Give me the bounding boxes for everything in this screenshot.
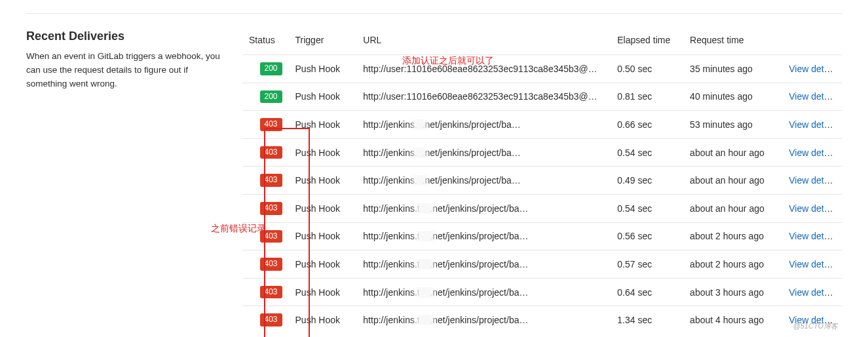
- elapsed-cell: 0.54 sec: [611, 138, 683, 167]
- url-cell: http://user:11016e608eae8623253ec9113ca8…: [356, 83, 611, 111]
- request-time-cell: 53 minutes ago: [683, 111, 782, 139]
- elapsed-cell: 0.54 sec: [611, 194, 683, 222]
- th-trigger: Trigger: [289, 30, 357, 55]
- th-action: [782, 30, 842, 55]
- view-details-link[interactable]: View details: [789, 148, 837, 158]
- view-details-link[interactable]: View details: [789, 231, 837, 241]
- url-cell: http://jenkins.t on.net/jenkins/project/…: [356, 194, 611, 222]
- table-row: 403Push Hookhttp://jenkins.t on.net/jenk…: [242, 306, 842, 334]
- table-row: 403Push Hookhttp://jenkins. n.net/jenkin…: [242, 167, 842, 195]
- status-badge: 200: [260, 90, 282, 104]
- table-row: 403Push Hookhttp://jenkins.t on.net/jenk…: [242, 278, 842, 306]
- elapsed-cell: 0.56 sec: [611, 222, 683, 250]
- view-details-link[interactable]: View details: [789, 287, 837, 298]
- request-time-cell: about 3 hours ago: [683, 278, 782, 306]
- request-time-cell: 35 minutes ago: [683, 55, 782, 83]
- trigger-cell: Push Hook: [289, 55, 357, 83]
- elapsed-cell: 0.64 sec: [611, 278, 683, 306]
- status-badge: 403: [260, 313, 282, 327]
- status-badge: 403: [260, 258, 282, 271]
- url-cell: http://user:11016e608eae8623253ec9113ca8…: [356, 55, 611, 83]
- table-row: 403Push Hookhttp://jenkins.t on.net/jenk…: [242, 222, 842, 250]
- request-time-cell: about an hour ago: [683, 138, 782, 167]
- table-row: 403Push Hookhttp://jenkins. n.net/jenkin…: [242, 111, 842, 139]
- url-cell: http://jenkins. n.net/jenkins/project/ba…: [356, 138, 611, 167]
- status-badge: 200: [260, 62, 282, 75]
- status-badge: 403: [260, 202, 282, 215]
- section-desc: When an event in GitLab triggers a webho…: [26, 50, 229, 91]
- trigger-cell: Push Hook: [289, 167, 357, 195]
- elapsed-cell: 0.81 sec: [611, 83, 683, 111]
- view-details-link[interactable]: View details: [789, 64, 837, 74]
- elapsed-cell: 0.66 sec: [611, 111, 683, 139]
- url-cell: http://jenkins.t on.net/jenkins/project/…: [356, 222, 611, 250]
- trigger-cell: Push Hook: [289, 83, 357, 111]
- status-badge: 403: [260, 174, 282, 187]
- trigger-cell: Push Hook: [289, 278, 357, 306]
- url-cell: http://jenkins.t on.net/jenkins/project/…: [356, 278, 611, 306]
- view-details-link[interactable]: View details: [789, 119, 837, 130]
- watermark: @51CTO博客: [793, 321, 838, 331]
- view-details-link[interactable]: View details: [789, 259, 837, 269]
- elapsed-cell: 0.57 sec: [611, 250, 683, 279]
- elapsed-cell: 0.49 sec: [611, 167, 683, 195]
- request-time-cell: about 4 hours ago: [683, 306, 782, 334]
- trigger-cell: Push Hook: [289, 111, 357, 139]
- th-url: URL: [356, 30, 611, 55]
- request-time-cell: about an hour ago: [683, 167, 782, 195]
- url-cell: http://jenkins. n.net/jenkins/project/ba…: [356, 111, 611, 139]
- table-row: 403Push Hookhttp://jenkins. n.net/jenkin…: [242, 138, 842, 167]
- section-title: Recent Deliveries: [26, 30, 229, 43]
- elapsed-cell: 0.50 sec: [611, 55, 683, 83]
- status-badge: 403: [260, 146, 282, 159]
- table-row: 403Push Hookhttp://jenkins.t on.net/jenk…: [242, 250, 842, 279]
- table-row: 403Push Hookhttp://jenkins.t on.net/jenk…: [242, 194, 842, 222]
- status-badge: 403: [260, 230, 282, 243]
- trigger-cell: Push Hook: [289, 194, 357, 222]
- status-badge: 403: [260, 286, 282, 299]
- view-details-link[interactable]: View details: [789, 175, 837, 186]
- trigger-cell: Push Hook: [289, 138, 357, 167]
- table-row: 200Push Hookhttp://user:11016e608eae8623…: [242, 83, 842, 111]
- trigger-cell: Push Hook: [289, 306, 357, 334]
- url-cell: http://jenkins.t on.net/jenkins/project/…: [356, 306, 611, 334]
- th-status: Status: [242, 30, 289, 55]
- status-badge: 403: [260, 118, 282, 131]
- section-divider: [26, 13, 842, 14]
- request-time-cell: 40 minutes ago: [683, 83, 782, 111]
- th-elapsed: Elapsed time: [611, 30, 683, 55]
- th-request: Request time: [683, 30, 782, 55]
- request-time-cell: about an hour ago: [683, 194, 782, 222]
- view-details-link[interactable]: View details: [789, 203, 837, 214]
- request-time-cell: about 2 hours ago: [683, 250, 782, 279]
- table-row: 200Push Hookhttp://user:11016e608eae8623…: [242, 55, 842, 83]
- table-header-row: Status Trigger URL Elapsed time Request …: [242, 30, 842, 55]
- trigger-cell: Push Hook: [289, 222, 357, 250]
- deliveries-table: Status Trigger URL Elapsed time Request …: [242, 30, 842, 334]
- url-cell: http://jenkins. n.net/jenkins/project/ba…: [356, 167, 611, 195]
- url-cell: http://jenkins.t on.net/jenkins/project/…: [356, 250, 611, 279]
- view-details-link[interactable]: View details: [789, 91, 837, 102]
- elapsed-cell: 1.34 sec: [611, 306, 683, 334]
- request-time-cell: about 2 hours ago: [683, 222, 782, 250]
- trigger-cell: Push Hook: [289, 250, 357, 279]
